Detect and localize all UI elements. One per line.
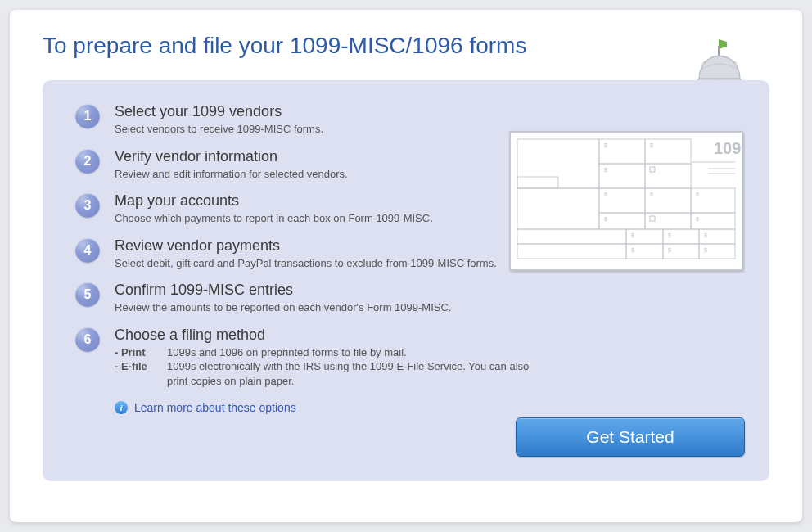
svg-text:$: $ (696, 216, 699, 222)
step-badge: 6 (75, 327, 100, 352)
svg-text:$: $ (604, 216, 607, 222)
step-title: Confirm 1099-MISC entries (115, 282, 534, 299)
step-2: 2 Verify vendor information Review and e… (75, 148, 534, 182)
step-badge: 1 (75, 104, 100, 128)
svg-text:$: $ (604, 192, 607, 197)
step-1: 1 Select your 1099 vendors Select vendor… (75, 103, 534, 137)
form-1099-label: 1099 (714, 139, 745, 157)
step-desc: Select debit, gift card and PayPal trans… (115, 256, 534, 271)
svg-text:$: $ (704, 247, 707, 253)
svg-marker-0 (719, 39, 727, 49)
step-desc: Select vendors to receive 1099-MISC form… (115, 122, 534, 137)
step-title: Verify vendor information (115, 148, 534, 165)
efile-text: 1099s electronically with the IRS using … (167, 359, 534, 388)
step-title: Map your accounts (115, 192, 534, 210)
svg-text:$: $ (604, 142, 607, 148)
svg-text:$: $ (704, 232, 707, 238)
print-label: - Print (115, 345, 159, 360)
step-title: Review vendor payments (115, 237, 534, 255)
step-badge: 5 (75, 282, 100, 307)
step-desc: Choose which payments to report in each … (115, 211, 534, 226)
step-6: 6 Choose a filing method - Print 1099s a… (75, 327, 534, 389)
step-badge: 4 (75, 238, 100, 263)
wizard-card: To prepare and file your 1099-MISC/1096 … (10, 10, 802, 522)
learn-more-link[interactable]: Learn more about these options (134, 401, 296, 414)
step-5: 5 Confirm 1099-MISC entries Review the a… (75, 282, 534, 315)
svg-text:$: $ (668, 247, 671, 253)
info-icon: i (115, 401, 128, 414)
step-badge: 3 (75, 193, 100, 218)
efile-label: - E-file (115, 359, 159, 388)
svg-text:$: $ (604, 167, 607, 173)
step-title: Select your 1099 vendors (115, 103, 534, 120)
step-3: 3 Map your accounts Choose which payment… (75, 192, 534, 226)
svg-text:$: $ (631, 247, 634, 253)
step-4: 4 Review vendor payments Select debit, g… (75, 237, 534, 271)
learn-more-row: i Learn more about these options (115, 401, 745, 414)
step-desc: - Print 1099s and 1096 on preprinted for… (115, 345, 534, 389)
step-badge: 2 (75, 149, 100, 174)
form-1099-preview-icon: 1099 (508, 129, 745, 273)
get-started-button[interactable]: Get Started (516, 417, 745, 457)
svg-text:$: $ (668, 232, 671, 238)
steps-panel: 1099 (43, 80, 769, 481)
svg-text:$: $ (696, 192, 699, 197)
step-desc: Review and edit information for selected… (115, 167, 534, 182)
step-desc: Review the amounts to be reported on eac… (115, 300, 534, 315)
print-text: 1099s and 1096 on preprinted forms to fi… (167, 345, 534, 360)
page-title: To prepare and file your 1099-MISC/1096 … (43, 33, 769, 59)
svg-text:$: $ (650, 192, 653, 197)
svg-text:$: $ (631, 232, 634, 238)
svg-text:$: $ (650, 142, 653, 148)
steps-list: 1 Select your 1099 vendors Select vendor… (75, 103, 534, 388)
step-title: Choose a filing method (115, 327, 534, 344)
